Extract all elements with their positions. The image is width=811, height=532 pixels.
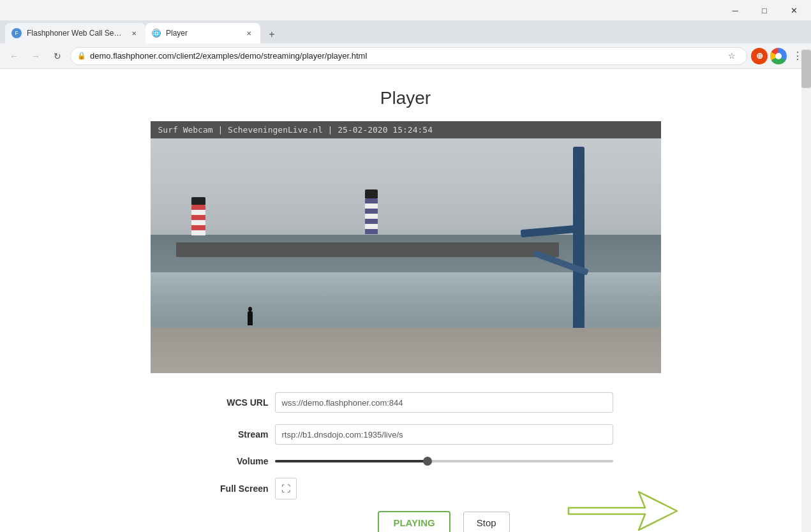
jetty [176, 242, 559, 258]
maximize-button[interactable]: □ [750, 0, 779, 20]
stream-label: Stream [198, 429, 269, 440]
person-silhouette [248, 311, 253, 325]
page-content: Player Surf Webcam | ScheveningenLive.nl… [10, 69, 801, 532]
fullscreen-label: Full Screen [198, 484, 269, 494]
back-button[interactable]: ← [5, 47, 23, 65]
video-scene [151, 121, 661, 373]
volume-label: Volume [198, 456, 269, 466]
browser-right-icons: ⊕ ⋮ [751, 48, 806, 64]
lock-icon: 🔒 [77, 52, 86, 60]
buttons-row: PLAYING Stop [198, 511, 613, 532]
volume-slider[interactable] [275, 460, 613, 462]
left-lighthouse [191, 197, 205, 235]
tab-player-close[interactable]: ✕ [244, 28, 254, 38]
window-title-bar: ─ □ ✕ [0, 0, 811, 20]
fullscreen-icon: ⛶ [281, 484, 290, 494]
profile-letter: ⊕ [756, 51, 763, 61]
playing-badge: PLAYING [378, 511, 450, 532]
tab-flashphoner-close[interactable]: ✕ [129, 28, 139, 38]
wcs-url-row: WCS URL [198, 392, 613, 413]
player-favicon: 🌐 [152, 29, 161, 38]
chrome-menu-icon[interactable] [770, 48, 787, 64]
video-container: Surf Webcam | ScheveningenLive.nl | 25-0… [151, 121, 661, 373]
waves [151, 272, 661, 323]
video-overlay-text: Surf Webcam | ScheveningenLive.nl | 25-0… [151, 121, 661, 138]
stop-button[interactable]: Stop [463, 512, 510, 532]
profile-icon[interactable]: ⊕ [751, 48, 768, 64]
controls-section: WCS URL Stream Volume Full Screen ⛶ [198, 392, 613, 532]
tabs-bar: F Flashphoner Web Call Server ✕ 🌐 Player… [0, 20, 811, 43]
fullscreen-button[interactable]: ⛶ [275, 478, 297, 499]
wcs-url-input[interactable] [275, 392, 613, 413]
stream-input[interactable] [275, 424, 613, 445]
flashphoner-favicon: F [11, 28, 22, 38]
stream-row: Stream [198, 424, 613, 445]
address-bar: ← → ↻ 🔒 demo.flashphoner.com/client2/exa… [0, 43, 811, 69]
right-lighthouse [365, 189, 378, 234]
minimize-button[interactable]: ─ [720, 0, 750, 20]
reload-button[interactable]: ↻ [48, 47, 66, 65]
scrollbar[interactable] [801, 48, 811, 532]
wcs-url-label: WCS URL [198, 397, 269, 408]
volume-row: Volume [198, 456, 613, 466]
address-input-wrap[interactable]: 🔒 demo.flashphoner.com/client2/examples/… [70, 47, 747, 65]
close-button[interactable]: ✕ [779, 0, 808, 20]
tab-flashphoner-title: Flashphoner Web Call Server [27, 29, 124, 38]
page-title: Player [36, 88, 776, 108]
beach [151, 328, 661, 373]
scrollbar-thumb[interactable] [801, 50, 811, 88]
new-tab-button[interactable]: + [263, 26, 281, 43]
video-frame: Surf Webcam | ScheveningenLive.nl | 25-0… [151, 121, 661, 373]
forward-button[interactable]: → [27, 47, 45, 65]
tab-player-title: Player [166, 29, 239, 38]
tab-player[interactable]: 🌐 Player ✕ [145, 23, 260, 43]
address-right-icons: ☆ [724, 48, 740, 64]
tab-flashphoner[interactable]: F Flashphoner Web Call Server ✕ [5, 23, 145, 43]
fullscreen-row: Full Screen ⛶ [198, 478, 613, 499]
address-text: demo.flashphoner.com/client2/examples/de… [90, 51, 720, 61]
star-button[interactable]: ☆ [724, 48, 740, 64]
